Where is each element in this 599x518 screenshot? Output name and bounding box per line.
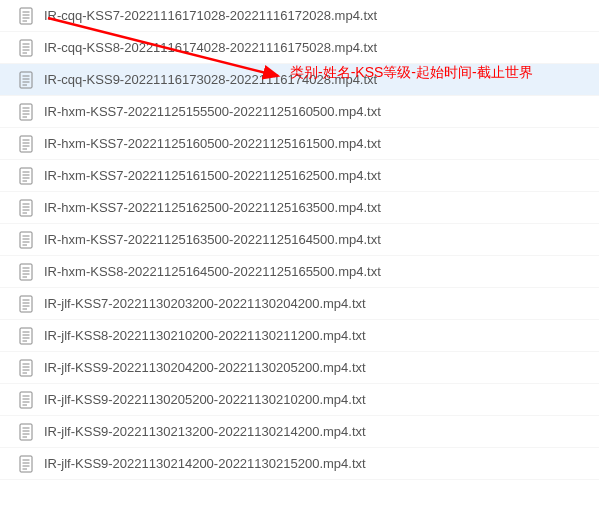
svg-rect-25 xyxy=(20,168,32,184)
text-file-icon xyxy=(18,39,34,57)
file-name-label: IR-cqq-KSS8-20221116174028-2022111617502… xyxy=(44,40,377,55)
svg-rect-15 xyxy=(20,104,32,120)
file-name-label: IR-cqq-KSS7-20221116171028-2022111617202… xyxy=(44,8,377,23)
svg-rect-60 xyxy=(20,392,32,408)
text-file-icon xyxy=(18,327,34,345)
svg-rect-50 xyxy=(20,328,32,344)
text-file-icon xyxy=(18,199,34,217)
file-name-label: IR-hxm-KSS7-20221125161500-2022112516250… xyxy=(44,168,381,183)
file-row[interactable]: IR-jlf-KSS9-20221130205200-2022113021020… xyxy=(0,384,599,416)
svg-rect-35 xyxy=(20,232,32,248)
file-name-label: IR-hxm-KSS7-20221125155500-2022112516050… xyxy=(44,104,381,119)
svg-rect-55 xyxy=(20,360,32,376)
svg-rect-70 xyxy=(20,456,32,472)
file-name-label: IR-hxm-KSS7-20221125163500-2022112516450… xyxy=(44,232,381,247)
file-name-label: IR-jlf-KSS9-20221130214200-2022113021520… xyxy=(44,456,366,471)
text-file-icon xyxy=(18,135,34,153)
file-row[interactable]: IR-cqq-KSS7-20221116171028-2022111617202… xyxy=(0,0,599,32)
text-file-icon xyxy=(18,103,34,121)
file-row[interactable]: IR-jlf-KSS8-20221130210200-2022113021120… xyxy=(0,320,599,352)
file-row[interactable]: IR-cqq-KSS8-20221116174028-2022111617502… xyxy=(0,32,599,64)
file-row[interactable]: IR-hxm-KSS7-20221125162500-2022112516350… xyxy=(0,192,599,224)
file-name-label: IR-hxm-KSS7-20221125162500-2022112516350… xyxy=(44,200,381,215)
svg-rect-10 xyxy=(20,72,32,88)
text-file-icon xyxy=(18,391,34,409)
file-name-label: IR-jlf-KSS8-20221130210200-2022113021120… xyxy=(44,328,366,343)
text-file-icon xyxy=(18,455,34,473)
file-row[interactable]: IR-hxm-KSS8-20221125164500-2022112516550… xyxy=(0,256,599,288)
file-row[interactable]: IR-jlf-KSS9-20221130214200-2022113021520… xyxy=(0,448,599,480)
text-file-icon xyxy=(18,295,34,313)
svg-rect-20 xyxy=(20,136,32,152)
file-row[interactable]: IR-jlf-KSS9-20221130204200-2022113020520… xyxy=(0,352,599,384)
file-row[interactable]: IR-hxm-KSS7-20221125163500-2022112516450… xyxy=(0,224,599,256)
text-file-icon xyxy=(18,167,34,185)
file-name-label: IR-jlf-KSS7-20221130203200-2022113020420… xyxy=(44,296,366,311)
text-file-icon xyxy=(18,263,34,281)
file-name-label: IR-jlf-KSS9-20221130205200-2022113021020… xyxy=(44,392,366,407)
file-row[interactable]: IR-jlf-KSS7-20221130203200-2022113020420… xyxy=(0,288,599,320)
text-file-icon xyxy=(18,71,34,89)
annotation-label: 类别-姓名-KSS等级-起始时间-截止世界 xyxy=(290,64,533,82)
svg-rect-0 xyxy=(20,8,32,24)
file-name-label: IR-jlf-KSS9-20221130204200-2022113020520… xyxy=(44,360,366,375)
text-file-icon xyxy=(18,423,34,441)
file-row[interactable]: IR-hxm-KSS7-20221125161500-2022112516250… xyxy=(0,160,599,192)
svg-rect-45 xyxy=(20,296,32,312)
svg-rect-40 xyxy=(20,264,32,280)
text-file-icon xyxy=(18,231,34,249)
text-file-icon xyxy=(18,359,34,377)
text-file-icon xyxy=(18,7,34,25)
file-row[interactable]: IR-jlf-KSS9-20221130213200-2022113021420… xyxy=(0,416,599,448)
file-name-label: IR-hxm-KSS8-20221125164500-2022112516550… xyxy=(44,264,381,279)
file-row[interactable]: IR-hxm-KSS7-20221125155500-2022112516050… xyxy=(0,96,599,128)
file-name-label: IR-hxm-KSS7-20221125160500-2022112516150… xyxy=(44,136,381,151)
svg-rect-30 xyxy=(20,200,32,216)
file-name-label: IR-jlf-KSS9-20221130213200-2022113021420… xyxy=(44,424,366,439)
file-row[interactable]: IR-hxm-KSS7-20221125160500-2022112516150… xyxy=(0,128,599,160)
svg-rect-5 xyxy=(20,40,32,56)
svg-rect-65 xyxy=(20,424,32,440)
